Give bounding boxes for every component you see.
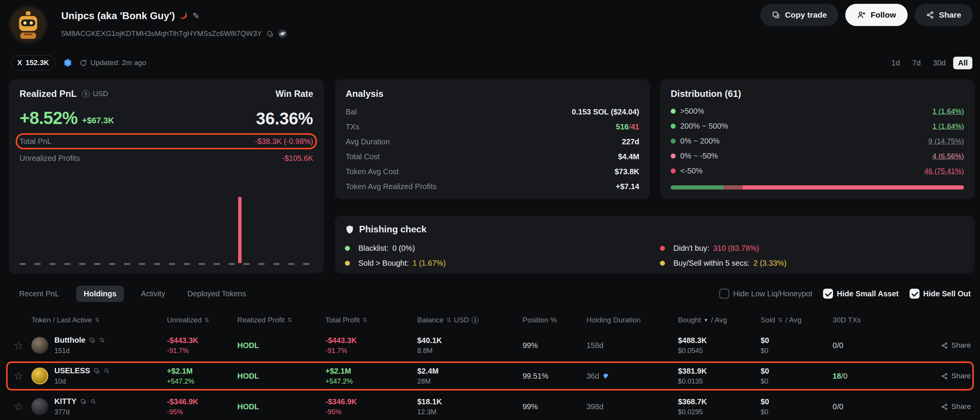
analysis-value: 227d — [622, 137, 639, 146]
copy-token-icon[interactable] — [80, 398, 87, 405]
analysis-row-token-avg-cost: Token Avg Cost $73.8K — [346, 164, 639, 179]
total-profit-value: +$2.1M — [325, 367, 417, 376]
token-name[interactable]: USELESS — [54, 366, 90, 375]
col-unrealized[interactable]: Unrealized — [167, 316, 202, 324]
analysis-row-txs: TXs 516/41 — [346, 119, 639, 134]
sort-icon[interactable]: ⇅ — [778, 317, 783, 324]
checkbox-unchecked[interactable] — [719, 289, 729, 299]
unrealized-percent: -91.7% — [167, 347, 237, 355]
sort-desc-icon[interactable]: ▼ — [704, 317, 708, 323]
header-actions: Copy trade Follow Share — [760, 4, 973, 26]
tab-deployed-tokens[interactable]: Deployed Tokens — [182, 286, 251, 302]
col-bought[interactable]: Bought — [678, 316, 701, 324]
filter-hide-sell-out[interactable]: Hide Sell Out — [910, 289, 971, 299]
distribution-label: <-50% — [680, 167, 702, 175]
col-realized-profit[interactable]: Realized Profit — [237, 316, 285, 324]
row-share-button[interactable]: Share — [941, 402, 971, 411]
distribution-label: 0% ~ 200% — [680, 137, 720, 145]
copy-token-icon[interactable] — [89, 337, 95, 343]
total-pnl-row: Total PnL -$38.3K (-0.98%) — [20, 133, 313, 150]
explorer-icon[interactable] — [278, 29, 287, 38]
col-sold[interactable]: Sold — [761, 316, 775, 324]
search-token-icon[interactable] — [103, 368, 110, 374]
txs-30d-buy: 0 — [833, 341, 837, 350]
distribution-value[interactable]: 4 (6.56%) — [933, 152, 964, 160]
filter-hide-low-liq[interactable]: Hide Low Liq/Honeypot — [719, 289, 812, 299]
distribution-bar-segment — [724, 185, 743, 190]
edit-name-icon[interactable]: ✎ — [193, 11, 199, 21]
row-share-button[interactable]: Share — [941, 341, 971, 350]
sort-icon[interactable]: ⇅ — [363, 317, 368, 324]
col-total-profit[interactable]: Total Profit — [325, 316, 360, 324]
token-name[interactable]: Butthole — [54, 336, 85, 345]
search-token-icon[interactable] — [99, 337, 105, 343]
copy-trade-button[interactable]: Copy trade — [760, 4, 838, 26]
filter-label: Hide Small Asset — [837, 289, 899, 298]
phishing-value: 0 (0%) — [392, 244, 415, 253]
gem-icon — [602, 373, 609, 380]
phishing-label: Didn't buy: — [673, 244, 709, 253]
balance-usd: $18.1K — [417, 397, 523, 406]
tab-holdings[interactable]: Holdings — [76, 286, 124, 302]
unrealized-percent: +547.2% — [167, 378, 237, 386]
filter-hide-small-asset[interactable]: Hide Small Asset — [823, 289, 899, 299]
col-30d-txs[interactable]: 30D TXs — [833, 316, 861, 324]
checkbox-checked[interactable] — [823, 289, 833, 299]
search-token-icon[interactable] — [90, 398, 96, 405]
time-filter-1d[interactable]: 1d — [887, 57, 905, 69]
balance-usd-label[interactable]: USD — [454, 316, 469, 324]
twitter-followers-pill[interactable]: X 152.3K — [11, 55, 56, 70]
tab-recent-pnl[interactable]: Recent PnL — [14, 286, 65, 302]
favorite-star-icon[interactable]: ☆ — [14, 370, 23, 382]
time-filter-all[interactable]: All — [953, 57, 972, 69]
analysis-row-avg-duration: Avg Duration 227d — [346, 134, 639, 149]
analysis-title: Analysis — [346, 88, 384, 99]
col-position[interactable]: Position % — [523, 316, 557, 324]
share-button[interactable]: Share — [915, 4, 973, 26]
time-filter-30d[interactable]: 30d — [928, 57, 950, 69]
favorite-star-icon[interactable]: ☆ — [14, 401, 23, 413]
sort-icon[interactable]: ⇅ — [204, 317, 209, 324]
sort-icon[interactable]: ⇅ — [287, 317, 292, 324]
tab-activity[interactable]: Activity — [136, 286, 170, 302]
unrealized-profits-row: Unrealized Profits -$105.6K — [20, 150, 313, 166]
time-filter-7d[interactable]: 7d — [908, 57, 925, 69]
row-share-button[interactable]: Share — [941, 372, 971, 380]
sort-icon[interactable]: ⇅ — [95, 317, 100, 324]
share-icon — [941, 403, 948, 410]
col-balance[interactable]: Balance — [417, 316, 444, 324]
distribution-value[interactable]: 1 (1.64%) — [933, 122, 964, 131]
checkbox-checked[interactable] — [910, 289, 920, 299]
distribution-value[interactable]: 1 (1.64%) — [933, 107, 964, 116]
table-row-kitty[interactable]: ☆ KITTY 377d -$346.9K-95% HODL -$346.9K-… — [0, 391, 980, 420]
analysis-panel: Analysis Bal 0.153 SOL ($24.04) TXs 516/… — [335, 79, 650, 199]
favorite-star-icon[interactable]: ☆ — [14, 340, 23, 351]
bought-value: $488.3K — [678, 336, 761, 345]
win-rate-value: 36.36% — [256, 109, 313, 128]
sold-avg: $0 — [761, 347, 833, 355]
currency-circle-icon[interactable]: $ — [82, 90, 90, 98]
distribution-value[interactable]: 9 (14.75%) — [928, 137, 964, 145]
distribution-value[interactable]: 46 (75.41%) — [924, 167, 964, 175]
refresh-icon[interactable] — [79, 59, 87, 67]
follow-button[interactable]: Follow — [845, 4, 908, 26]
balance-amount: 12.3M — [417, 408, 523, 416]
analysis-label: Token Avg Cost — [346, 167, 399, 176]
copy-token-icon[interactable] — [93, 368, 100, 374]
sort-icon[interactable]: ⇅ — [446, 317, 451, 324]
col-token[interactable]: Token / Last Active — [31, 316, 92, 324]
share-icon — [926, 11, 934, 19]
col-holding-duration[interactable]: Holding Duration — [586, 316, 641, 324]
copy-address-icon[interactable] — [266, 30, 274, 38]
currency-circle-icon[interactable]: $ — [472, 317, 479, 324]
badge-icon[interactable] — [63, 58, 72, 67]
table-row-useless[interactable]: ☆ USELESS 10d +$2.1M+547.2% HODL +$2.1M+… — [0, 361, 980, 391]
token-name[interactable]: KITTY — [54, 397, 77, 406]
analysis-value: $4.4M — [618, 152, 639, 161]
analysis-value: $73.8K — [615, 167, 640, 176]
filter-label: Hide Low Liq/Honeypot — [733, 289, 812, 298]
distribution-label: 0% ~ -50% — [680, 152, 718, 160]
pnl-chart-bar — [238, 197, 242, 263]
currency-label[interactable]: USD — [93, 90, 108, 98]
table-row-butthole[interactable]: ☆ Butthole 151d -$443.3K-91.7% HODL -$44… — [0, 330, 980, 361]
